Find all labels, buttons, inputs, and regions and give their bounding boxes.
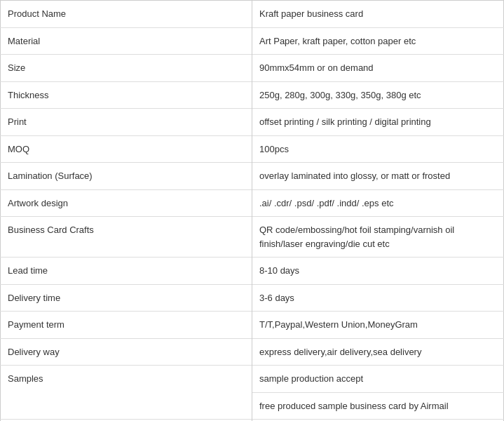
table-row: Product NameKraft paper business card (1, 1, 504, 28)
row-value: Art Paper, kraft paper, cotton paper etc (252, 27, 504, 55)
row-label: Print (1, 109, 252, 136)
table-row: Size90mmx54mm or on demand (1, 55, 504, 82)
row-value: offset printing / silk printing / digita… (252, 109, 504, 136)
table-row: Lead time8-10 days (1, 258, 504, 285)
table-row: MaterialArt Paper, kraft paper, cotton p… (1, 27, 504, 55)
table-row: Delivery time3-6 days (1, 284, 504, 312)
row-label: Material (1, 27, 252, 55)
spec-table: Product NameKraft paper business cardMat… (0, 0, 504, 421)
row-value: 90mmx54mm or on demand (252, 55, 504, 82)
table-row: Payment termT/T,Paypal,Western Union,Mon… (1, 312, 504, 339)
row-label: MOQ (1, 135, 252, 163)
row-label: Delivery way (1, 338, 252, 366)
row-label: Size (1, 55, 252, 82)
table-row: Samplessample production accept (1, 366, 504, 393)
row-label: Delivery time (1, 284, 252, 312)
row-value: 8-10 days (252, 258, 504, 285)
row-value: 3-6 days (252, 284, 504, 312)
row-label: Thickness (1, 81, 252, 109)
row-label: Lamination (Surface) (1, 163, 252, 190)
row-value: QR code/embossing/hot foil stamping/varn… (252, 217, 504, 258)
table-row: Printoffset printing / silk printing / d… (1, 109, 504, 136)
row-value: 100pcs (252, 135, 504, 163)
table-row: MOQ100pcs (1, 135, 504, 163)
row-value: express delivery,air delivery,sea delive… (252, 338, 504, 366)
row-value: overlay laminated into glossy, or matt o… (252, 163, 504, 190)
table-row: Delivery wayexpress delivery,air deliver… (1, 338, 504, 366)
row-value: Kraft paper business card (252, 1, 504, 28)
row-label: Product Name (1, 1, 252, 28)
row-value: free produced sample business card by Ai… (252, 392, 504, 420)
row-label: Artwork design (1, 189, 252, 217)
table-row: Lamination (Surface)overlay laminated in… (1, 163, 504, 190)
row-label: Payment term (1, 312, 252, 339)
table-row: Business Card CraftsQR code/embossing/ho… (1, 217, 504, 258)
row-label: Business Card Crafts (1, 217, 252, 258)
row-value: sample production accept (252, 366, 504, 393)
row-value: T/T,Paypal,Western Union,MoneyGram (252, 312, 504, 339)
table-row: Thickness250g, 280g, 300g, 330g, 350g, 3… (1, 81, 504, 109)
row-value: 250g, 280g, 300g, 330g, 350g, 380g etc (252, 81, 504, 109)
table-row: Artwork design.ai/ .cdr/ .psd/ .pdf/ .in… (1, 189, 504, 217)
row-label: Samples (1, 366, 252, 420)
row-label: Lead time (1, 258, 252, 285)
row-value: .ai/ .cdr/ .psd/ .pdf/ .indd/ .eps etc (252, 189, 504, 217)
